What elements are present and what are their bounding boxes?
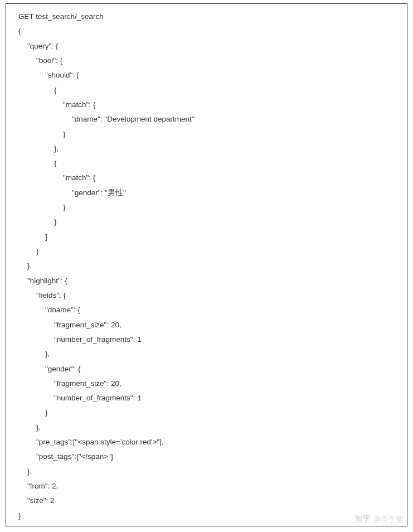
code-line: "size": 2 (18, 494, 395, 508)
code-line: }, (18, 347, 395, 361)
code-line: } (18, 509, 395, 523)
code-line: "bool": { (18, 54, 395, 68)
watermark-handle: @尚学堂 (374, 514, 403, 524)
code-line: } (18, 244, 395, 259)
code-line: { (18, 156, 395, 171)
code-line: "fragment_size": 20, (18, 318, 395, 332)
code-line: "dname": "Development department" (18, 112, 395, 127)
code-line: "gender": { (18, 362, 395, 376)
code-line: } (18, 215, 395, 229)
code-line: "gender": "男性" (18, 186, 395, 200)
code-line: "fields": { (18, 288, 395, 303)
code-line: "number_of_fragments": 1 (18, 332, 395, 347)
code-line: GET test_search/_search (18, 9, 395, 24)
code-line: { (18, 83, 395, 98)
code-line: "dname": { (18, 303, 395, 317)
code-line: }, (18, 259, 395, 273)
code-line: } (18, 405, 395, 420)
code-line: ] (18, 230, 395, 244)
code-line: "from": 2, (18, 479, 395, 494)
code-line: "should": [ (18, 68, 395, 83)
code-line: "highlight": { (18, 274, 395, 288)
code-line: }, (18, 420, 395, 435)
code-line: "post_tags":["</span>"] (18, 449, 395, 464)
code-line: }, (18, 465, 395, 479)
code-line: "match": { (18, 98, 395, 112)
code-line: } (18, 200, 395, 215)
code-line: } (18, 127, 395, 142)
zhihu-icon: 知乎 (355, 514, 371, 524)
code-line: "fragment_size": 20, (18, 376, 395, 391)
code-line: "query": { (18, 39, 395, 54)
watermark: 知乎 @尚学堂 (355, 514, 403, 524)
code-line: }, (18, 142, 395, 156)
code-block: GET test_search/_search{"query": {"bool"… (6, 3, 407, 526)
code-line: "pre_tags":["<span style='color:red'>"], (18, 435, 395, 449)
code-line: "number_of_fragments": 1 (18, 391, 395, 405)
code-line: "match": { (18, 171, 395, 185)
code-line: { (18, 24, 395, 38)
